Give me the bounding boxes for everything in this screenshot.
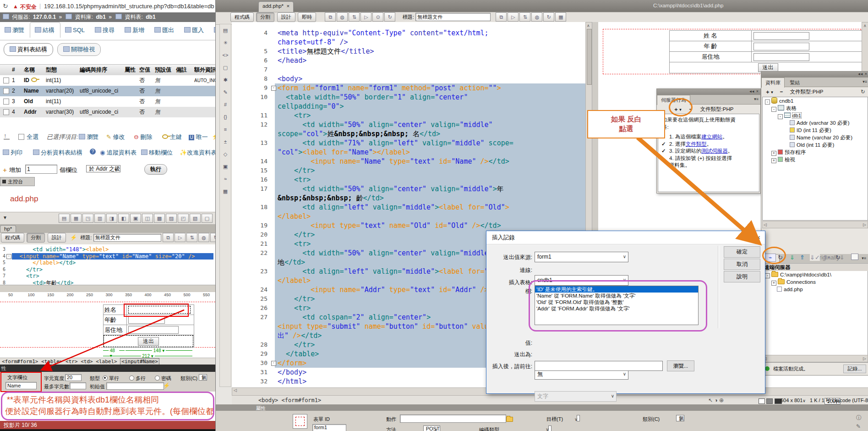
code-row[interactable]: 7 <tr> bbox=[0, 273, 215, 280]
dock-header[interactable]: ◂◂ × bbox=[761, 72, 868, 77]
code-row[interactable]: </label> bbox=[232, 212, 585, 221]
mini-code-pane[interactable]: 3 <td width="148"><label>4- <input name=… bbox=[0, 244, 215, 287]
files-hscrollbar[interactable]: ◁▷ bbox=[762, 355, 868, 362]
tree-label[interactable]: 預存程序 bbox=[785, 149, 806, 155]
fold-icon[interactable]: - bbox=[271, 361, 276, 366]
db-hscrollbar[interactable]: ◁▷ bbox=[762, 221, 868, 228]
design-form-input[interactable] bbox=[753, 32, 809, 40]
design-vscrollbar[interactable]: ∧ bbox=[862, 22, 868, 72]
expand-toggle[interactable]: + bbox=[771, 281, 776, 286]
tree-label[interactable]: cndb1 bbox=[779, 98, 793, 104]
code-view-button[interactable]: 程式碼 bbox=[230, 12, 254, 22]
tree-item[interactable]: -cndb1 bbox=[763, 97, 868, 105]
db-tree[interactable]: -cndb1-表格-db1Addr (varchar 30 必要)ID (int… bbox=[762, 97, 868, 221]
code-row[interactable]: 5 </label></td> bbox=[0, 260, 215, 266]
code-row[interactable]: &nbsp;&nbsp;&nbsp; 齡</td> bbox=[232, 193, 585, 203]
row-checkbox[interactable] bbox=[3, 77, 9, 83]
insert-toolbar-icon[interactable]: ▤ bbox=[59, 214, 70, 223]
code-row[interactable]: 9-<form id="form1" name="form1" method="… bbox=[232, 83, 585, 93]
code-row[interactable]: 15 </tr> bbox=[232, 166, 585, 175]
tree-item[interactable]: ID (int 11 必要) bbox=[763, 127, 868, 134]
put-files-icon[interactable]: ⇑ bbox=[800, 254, 805, 261]
fold-icon[interactable]: - bbox=[6, 254, 11, 259]
pointer-tools[interactable]: ↖ ◑ ⊕ bbox=[708, 396, 724, 405]
coding-toolbar-icon[interactable]: ▢ bbox=[220, 61, 231, 74]
pma-tab-結構[interactable]: 結構 bbox=[30, 22, 60, 38]
browse-folder-icon[interactable] bbox=[506, 417, 513, 422]
action-change[interactable]: ✎ 修改 bbox=[106, 133, 125, 141]
expand-toggle[interactable]: + bbox=[771, 158, 776, 163]
close-tab-icon[interactable]: × bbox=[286, 3, 289, 9]
insert-toolbar-icon[interactable]: ▧ bbox=[190, 214, 201, 223]
target-select[interactable]: ∨ bbox=[577, 415, 580, 421]
goto-input[interactable] bbox=[535, 361, 663, 371]
panel-menu-icon[interactable]: ▾≡ bbox=[754, 97, 759, 101]
collapse-icon[interactable]: ◂◂ bbox=[749, 89, 754, 94]
code-row[interactable]: 5<title>無標題文件</title> bbox=[232, 47, 585, 56]
code-row[interactable]: 16 <tr> bbox=[232, 175, 585, 184]
insert-toolbar-icon[interactable]: ◰ bbox=[178, 214, 189, 223]
coding-toolbar-icon[interactable]: ◇ bbox=[220, 148, 231, 160]
dialog-title-bar[interactable]: 插入記錄 × bbox=[486, 231, 765, 244]
coding-toolbar-icon[interactable]: ▣ bbox=[220, 160, 231, 173]
code-row[interactable]: 3 <td width="148"><label> bbox=[0, 246, 215, 253]
code-row[interactable]: 18 <td align="left" valign="middle"><lab… bbox=[232, 203, 585, 212]
collapse-toggle[interactable]: - bbox=[778, 114, 783, 119]
dw-toolbar-icon[interactable]: ↻ bbox=[543, 12, 554, 22]
browse-button[interactable]: 瀏覽... bbox=[667, 360, 694, 371]
insert-toolbar-icon[interactable]: ▢ bbox=[202, 214, 213, 223]
tree-item[interactable]: -表格 bbox=[763, 105, 868, 112]
dw-toolbar-icon[interactable]: ▦ bbox=[555, 12, 566, 22]
coding-toolbar-icon[interactable]: ≈ bbox=[220, 173, 231, 185]
tree-item[interactable]: Addr (varchar 30 必要) bbox=[763, 119, 868, 127]
tag-current[interactable]: <input#Name> bbox=[120, 358, 159, 365]
code-row[interactable]: cellpadding="0"> bbox=[232, 102, 585, 111]
action-print[interactable]: 列印 bbox=[3, 149, 22, 157]
tree-label[interactable]: Old (int 11 必要) bbox=[797, 142, 834, 148]
dw-toolbar-icon[interactable]: ↻ bbox=[384, 12, 395, 22]
row-checkbox[interactable] bbox=[3, 99, 9, 105]
mini-code-button[interactable]: 程式碼 bbox=[1, 233, 24, 243]
max-chars-input[interactable] bbox=[70, 382, 86, 389]
class-select[interactable]: 無∨ bbox=[676, 415, 684, 421]
dw-tag-selector[interactable]: <body> <form#form1> bbox=[258, 397, 321, 403]
log-button[interactable]: 記錄... bbox=[843, 365, 866, 373]
tree-item[interactable]: Old (int 11 必要) bbox=[763, 141, 868, 149]
coding-toolbar-icon[interactable]: {} bbox=[220, 111, 231, 123]
col-header-備註[interactable]: 備註 bbox=[176, 65, 194, 75]
add-position-select[interactable]: 於 Addr 之後▼ bbox=[86, 165, 120, 172]
table-row[interactable]: 3Oldint(11)否無 bbox=[0, 96, 215, 107]
col-header-#[interactable]: # bbox=[12, 65, 24, 75]
coding-toolbar-icon[interactable]: ≡ bbox=[220, 123, 231, 136]
tree-label[interactable]: C:\xampp\htdocs\db1\ bbox=[780, 272, 831, 277]
char-width-input[interactable]: 20 bbox=[65, 374, 82, 381]
tree-label[interactable]: Connections bbox=[786, 279, 816, 285]
tree-item[interactable]: -db1 bbox=[763, 112, 868, 119]
collapse-toggle[interactable]: - bbox=[765, 99, 770, 105]
design-view-button[interactable]: 設計 bbox=[277, 12, 295, 22]
props-info-icon[interactable]: ⓘ bbox=[856, 414, 862, 422]
props-edit-icon[interactable]: ✎ bbox=[856, 423, 861, 430]
insert-toolbar-icon[interactable]: ◧ bbox=[118, 214, 129, 223]
col-header-額外資訊[interactable]: 額外資訊 bbox=[194, 65, 215, 75]
add-count-input[interactable]: 1 bbox=[25, 165, 57, 174]
live-view-button[interactable]: 即時 bbox=[298, 12, 316, 22]
table-row[interactable]: 1IDint(11)否無AUTO_INCREMENT bbox=[0, 75, 215, 86]
sb-panel-header[interactable]: ◂◂ × bbox=[657, 89, 760, 95]
pma-tab-匯入[interactable]: 匯入 bbox=[180, 22, 209, 37]
coding-toolbar-icon[interactable]: ± bbox=[220, 136, 231, 148]
scroll-up-icon[interactable]: ∧ bbox=[587, 23, 590, 28]
col-header-編碼與排序[interactable]: 編碼與排序 bbox=[80, 65, 125, 75]
tree-item[interactable]: +Connections bbox=[763, 278, 868, 286]
code-row[interactable]: 10 <table width="50%" border="1" align="… bbox=[232, 93, 585, 102]
db-add-button[interactable]: ＋▼ bbox=[765, 89, 774, 94]
collapse-toggle[interactable]: - bbox=[765, 273, 770, 278]
form-id-input[interactable]: form1 bbox=[312, 424, 346, 431]
db-remove-button[interactable]: − bbox=[780, 89, 783, 94]
method-select[interactable]: POST∨ bbox=[423, 425, 440, 431]
db-refresh-icon[interactable]: ↻ bbox=[861, 87, 865, 96]
insert-toolbar-icon[interactable]: ▥ bbox=[94, 214, 105, 223]
pma-tab-SQL[interactable]: SQL bbox=[60, 23, 90, 36]
insert-toolbar-icon[interactable]: ▦ bbox=[71, 214, 82, 223]
props-header[interactable]: 屬性 bbox=[216, 405, 868, 411]
